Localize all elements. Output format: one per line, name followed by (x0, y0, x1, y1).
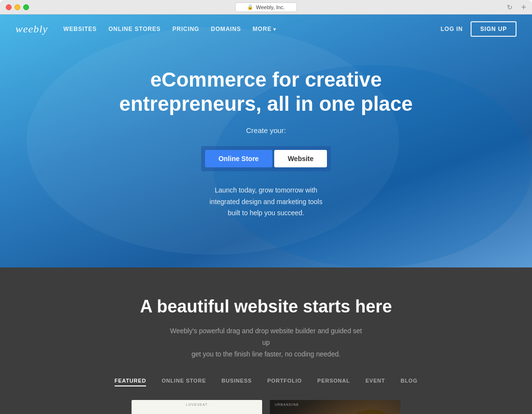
new-tab-button[interactable]: + (521, 3, 526, 12)
cat-tab-featured[interactable]: FEATURED (115, 376, 146, 386)
dark-section: A beautiful website starts here Weebly's… (0, 267, 532, 414)
minimize-button[interactable] (15, 4, 20, 10)
traffic-lights (6, 4, 29, 10)
nav-link-more[interactable]: MORE (252, 26, 276, 32)
section-description: Weebly's powerful drag and drop website … (169, 325, 363, 360)
fullscreen-button[interactable] (23, 4, 29, 10)
main-nav: weebly WEBSITES ONLINE STORES PRICING DO… (0, 15, 532, 44)
create-toggle: Online Store Website (201, 146, 331, 171)
cat-tab-business[interactable]: BUSINESS (222, 376, 252, 386)
hero-create-label: Create your: (10, 126, 522, 134)
hero-content: eCommerce for creative entrepreneurs, al… (0, 44, 532, 238)
hero-desc-line1: Launch today, grow tomorrow with (215, 186, 317, 194)
hero-title-line2: entrepreneurs, all in one place (119, 92, 413, 115)
nav-link-online-stores[interactable]: ONLINE STORES (108, 26, 161, 32)
signup-button[interactable]: SIGN UP (471, 21, 517, 37)
loveseat-body: MODERN & ELEGANT (132, 409, 262, 414)
cat-tab-blog[interactable]: BLOG (400, 376, 417, 386)
cat-tab-personal[interactable]: PERSONAL (317, 376, 350, 386)
cat-tab-portfolio[interactable]: PORTFOLIO (267, 376, 302, 386)
reload-button[interactable]: ↻ (507, 3, 513, 11)
hero-desc-line3: built to help you succeed. (228, 209, 304, 217)
login-button[interactable]: LOG IN (441, 26, 463, 32)
lock-icon: 🔒 (247, 4, 253, 10)
category-tabs: FEATURED ONLINE STORE BUSINESS PORTFOLIO… (0, 376, 532, 386)
nav-link-domains[interactable]: DOMAINS (211, 26, 241, 32)
nav-right: LOG IN SIGN UP (441, 21, 517, 37)
address-bar[interactable]: 🔒 Weebly, Inc. (235, 2, 297, 12)
templates-row: LOVESEAT MODERN & ELEGANT PREMIUM COLLEC… (0, 400, 532, 414)
page: weebly WEBSITES ONLINE STORES PRICING DO… (0, 15, 532, 414)
hero-title-line1: eCommerce for creative (150, 68, 382, 91)
window-chrome: 🔒 Weebly, Inc. ↻ + (0, 0, 532, 15)
cat-tab-event[interactable]: EVENT (366, 376, 385, 386)
template-card-urbandine[interactable]: URBANDINE TABLE FOR TWO RESERVE A TABLE … (270, 400, 400, 414)
urbandine-content: URBANDINE TABLE FOR TWO RESERVE A TABLE … (270, 400, 400, 414)
section-title: A beautiful website starts here (0, 296, 532, 317)
urbandine-tag: URBANDINE (275, 403, 299, 406)
logo-text: weebly (15, 23, 48, 35)
close-button[interactable] (6, 4, 12, 10)
cat-tab-online-store[interactable]: ONLINE STORE (162, 376, 206, 386)
toggle-website[interactable]: Website (274, 150, 327, 167)
template-card-loveseat[interactable]: LOVESEAT MODERN & ELEGANT PREMIUM COLLEC… (132, 400, 262, 414)
nav-link-pricing[interactable]: PRICING (172, 26, 199, 32)
section-desc-line2: get you to the finish line faster, no co… (192, 350, 340, 358)
section-desc-line1: Weebly's powerful drag and drop website … (170, 327, 362, 346)
hero-section: weebly WEBSITES ONLINE STORES PRICING DO… (0, 15, 532, 267)
logo[interactable]: weebly (15, 23, 48, 35)
address-bar-text: Weebly, Inc. (256, 4, 285, 10)
hero-title: eCommerce for creative entrepreneurs, al… (10, 68, 522, 117)
nav-links: WEBSITES ONLINE STORES PRICING DOMAINS M… (63, 26, 441, 32)
hero-description: Launch today, grow tomorrow with integra… (189, 185, 343, 219)
nav-link-websites[interactable]: WEBSITES (63, 26, 97, 32)
hero-desc-line2: integrated design and marketing tools (209, 198, 322, 206)
urbandine-header: URBANDINE (270, 400, 400, 409)
toggle-online-store[interactable]: Online Store (205, 150, 272, 167)
loveseat-tag: LOVESEAT (132, 400, 262, 409)
